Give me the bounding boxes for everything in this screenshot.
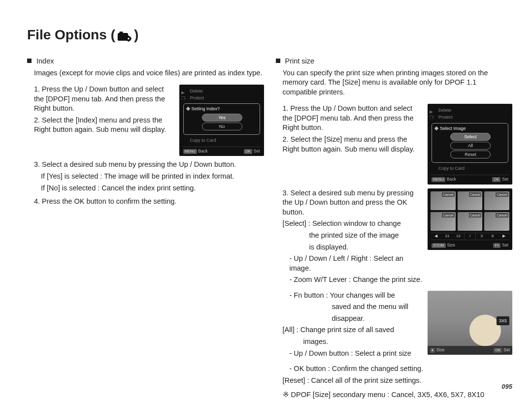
ok-key-icon: OK bbox=[244, 149, 252, 154]
select-bullet-3: - Fn button : Your changes will be bbox=[290, 291, 423, 301]
footer-set: Set bbox=[502, 177, 508, 182]
all-bullet-1: - Up / Down button : Select a print size bbox=[290, 349, 423, 359]
page-number: 095 bbox=[501, 383, 512, 390]
select-line-2: is displayed. bbox=[309, 243, 423, 252]
ok-key-icon: OK bbox=[492, 177, 500, 182]
select-head: [Select] : Selection window to change bbox=[283, 219, 423, 229]
diamond-icon bbox=[434, 126, 438, 130]
menu-copy: Copy to Card bbox=[431, 165, 509, 172]
svg-rect-5 bbox=[128, 40, 129, 42]
select-bullet-1: - Up / Down / Left / Right : Select an i… bbox=[290, 254, 423, 273]
updown-key-icon: ♦ bbox=[430, 348, 435, 353]
screenshot-select-image: ▶❐ Delete Protect Select Image Select Al… bbox=[428, 104, 512, 184]
left-step-3b: If [No] is selected : Cancel the index p… bbox=[41, 184, 264, 193]
thumb-cell bbox=[431, 212, 456, 231]
footer-size: Size bbox=[436, 347, 445, 352]
ok-key-icon: OK bbox=[494, 348, 502, 353]
select-bullet-3a: saved and the menu will bbox=[332, 302, 423, 312]
thumb-cell bbox=[458, 212, 483, 231]
menu-delete: Delete bbox=[431, 107, 509, 114]
printsize-heading: Print size bbox=[276, 57, 513, 66]
printsize-heading-text: Print size bbox=[285, 57, 315, 65]
thumb-cell bbox=[484, 191, 509, 210]
index-intro: Images (except for movie clips and voice… bbox=[34, 68, 264, 78]
right-step-3: 3. Select a desired sub menu by pressing… bbox=[283, 188, 423, 217]
svg-rect-1 bbox=[120, 31, 123, 33]
menu-protect: Protect bbox=[431, 114, 509, 121]
thumb-index-row: ◀ 11 12 / 3 6 ▶ bbox=[431, 233, 509, 240]
right-column: Print size You can specify the print siz… bbox=[276, 57, 513, 401]
menu-protect: Protect bbox=[182, 94, 261, 101]
shot-side-icons: ▶❐ bbox=[181, 90, 185, 101]
all-line-1: images. bbox=[303, 337, 423, 347]
index-heading: Index bbox=[27, 57, 264, 66]
right-step-1: 1. Press the Up / Down button and select… bbox=[283, 104, 423, 133]
screenshot-setting-index: ▶❐ Delete Protect Setting Index? Yes No … bbox=[179, 85, 264, 156]
page-title: File Options ( ) bbox=[27, 27, 512, 43]
option-all: All bbox=[450, 142, 491, 150]
diamond-icon bbox=[186, 107, 190, 111]
zoom-key-icon: ZOOM bbox=[432, 243, 446, 248]
square-bullet-icon bbox=[27, 59, 32, 63]
option-yes: Yes bbox=[202, 114, 242, 122]
square-bullet-icon bbox=[276, 59, 280, 63]
all-head: [All] : Change print size of all saved bbox=[283, 325, 423, 335]
left-step-2: 2. Select the [Index] menu and press the… bbox=[34, 116, 174, 135]
dialog-panel: Select Image Select All Reset bbox=[432, 123, 508, 163]
footer-set: Set bbox=[503, 347, 510, 352]
select-bullet-3b: disappear. bbox=[332, 314, 423, 324]
dialog-panel: Setting Index? Yes No bbox=[183, 103, 260, 134]
panel-title: Setting Index? bbox=[192, 106, 220, 112]
svg-point-3 bbox=[128, 38, 130, 40]
title-icon-group: ( ) bbox=[111, 27, 139, 43]
fn-key-icon: Fn bbox=[493, 243, 500, 248]
footer-back: Back bbox=[199, 149, 208, 154]
all-bullet-2: - OK button : Confirm the changed settin… bbox=[290, 364, 513, 374]
thumb-cell bbox=[484, 212, 509, 231]
left-step-3: 3. Select a desired sub menu by pressing… bbox=[34, 160, 264, 170]
screenshot-photo-size: 3X5 ♦Size OKSet bbox=[428, 291, 512, 355]
printsize-intro: You can specify the print size when prin… bbox=[283, 68, 513, 97]
left-column: Index Images (except for movie clips and… bbox=[27, 57, 264, 401]
menu-delete: Delete bbox=[182, 88, 261, 94]
svg-rect-6 bbox=[126, 38, 127, 39]
svg-rect-4 bbox=[128, 35, 129, 37]
option-no: No bbox=[202, 123, 242, 130]
select-line-1: the printed size of the image bbox=[309, 231, 423, 241]
size-badge: 3X5 bbox=[497, 316, 509, 325]
shot-side-icons: ▶❐ bbox=[430, 109, 433, 121]
left-step-1: 1. Press the Up / Down button and select… bbox=[34, 85, 174, 114]
footer-set: Set bbox=[502, 243, 508, 247]
left-step-3a: If [Yes] is selected : The image will be… bbox=[41, 172, 264, 182]
select-bullet-2: - Zoom W/T Lever : Change the print size… bbox=[290, 275, 423, 285]
menu-key-icon: MENU bbox=[432, 177, 445, 182]
screenshot-thumbnails: ◀ 11 12 / 3 6 ▶ ZOOMSize FnSet bbox=[428, 188, 512, 250]
menu-key-icon: MENU bbox=[183, 149, 197, 154]
thumb-cell bbox=[431, 191, 456, 210]
left-step-4: 4. Press the OK button to confirm the se… bbox=[34, 197, 264, 207]
panel-title: Select Image bbox=[440, 125, 466, 131]
footer-set: Set bbox=[254, 149, 260, 154]
thumb-cell bbox=[458, 191, 483, 210]
footer-size: Size bbox=[447, 243, 456, 247]
option-reset: Reset bbox=[450, 151, 491, 158]
footer-back: Back bbox=[447, 177, 456, 182]
file-options-icon bbox=[117, 30, 132, 40]
menu-copy: Copy to Card bbox=[182, 137, 261, 144]
reset-line: [Reset] : Cancel all of the print size s… bbox=[283, 376, 513, 386]
title-text: File Options bbox=[27, 27, 107, 43]
dpof-secondary-note: ※ DPOF [Size] secondary menu : Cancel, 3… bbox=[283, 390, 513, 400]
option-select: Select bbox=[450, 133, 491, 141]
svg-rect-7 bbox=[131, 38, 132, 39]
right-step-2: 2. Select the [Size] menu and press the … bbox=[283, 135, 423, 154]
index-heading-text: Index bbox=[36, 57, 54, 65]
